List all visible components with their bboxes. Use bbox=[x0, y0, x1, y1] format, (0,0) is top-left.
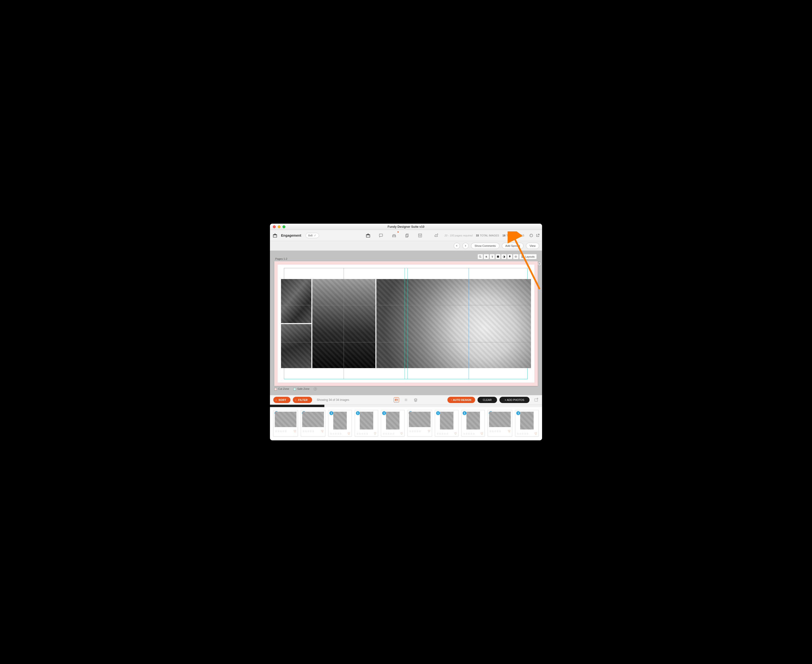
paint-mode-icon[interactable] bbox=[433, 232, 440, 239]
album-mode-icon[interactable] bbox=[365, 232, 371, 239]
thumbnail-image[interactable] bbox=[275, 412, 296, 427]
usage-badge: 1 bbox=[356, 411, 360, 415]
favorite-heart-icon[interactable]: ♡ bbox=[534, 432, 537, 435]
grid-view-icon[interactable] bbox=[394, 397, 399, 402]
thumbnail-image[interactable] bbox=[440, 412, 454, 430]
pin-tool-icon[interactable] bbox=[507, 254, 513, 259]
favorite-heart-icon[interactable]: ♡ bbox=[348, 432, 350, 435]
thumbnail-card[interactable]: 1☆☆☆☆☆♡ bbox=[435, 410, 459, 436]
svg-point-21 bbox=[407, 400, 407, 400]
svg-rect-14 bbox=[523, 257, 524, 258]
thumbnail-card[interactable]: 1☆☆☆☆☆♡ bbox=[301, 410, 325, 436]
svg-rect-25 bbox=[535, 399, 537, 401]
clear-button[interactable]: CLEAR bbox=[477, 397, 497, 403]
spread-image-4[interactable] bbox=[376, 279, 531, 368]
sort-button[interactable]: ‹SORT bbox=[273, 397, 290, 403]
thumbnail-card[interactable]: 1☆☆☆☆☆♡ bbox=[461, 410, 485, 436]
total-pages-stat: 18TOTAL PAGES bbox=[503, 234, 524, 237]
add-spread-inline-button[interactable]: + bbox=[537, 262, 542, 266]
album-spread[interactable] bbox=[278, 265, 534, 382]
visibility-tool-icon[interactable] bbox=[513, 254, 519, 259]
text-tool-icon[interactable]: T bbox=[490, 254, 495, 259]
view-button[interactable]: View bbox=[526, 242, 539, 249]
rating-stars[interactable]: ☆☆☆☆☆ bbox=[489, 430, 501, 433]
project-icon[interactable] bbox=[272, 233, 278, 238]
cards-mode-icon[interactable] bbox=[404, 232, 410, 239]
zoom-tool-icon[interactable] bbox=[477, 254, 483, 259]
thumbnail-image[interactable] bbox=[360, 412, 373, 430]
rating-stars[interactable]: ☆☆☆☆☆ bbox=[275, 430, 287, 433]
thumbnail-footer: ☆☆☆☆☆♡ bbox=[463, 431, 483, 435]
show-comments-button[interactable]: Show Comments bbox=[471, 242, 500, 249]
thumbnail-card[interactable]: 1☆☆☆☆☆♡ bbox=[273, 410, 298, 436]
favorite-heart-icon[interactable]: ♡ bbox=[374, 432, 376, 435]
favorite-heart-icon[interactable]: ♡ bbox=[293, 430, 296, 433]
spread-image-1[interactable] bbox=[281, 279, 311, 323]
contrast-tool-icon[interactable] bbox=[501, 254, 507, 259]
pages-required: 20 - 100 pages required bbox=[444, 234, 473, 237]
svg-point-17 bbox=[406, 399, 406, 399]
furniture-mode-icon[interactable] bbox=[391, 232, 397, 239]
rating-stars[interactable]: ☆☆☆☆☆ bbox=[330, 432, 342, 435]
thumbnail-image[interactable] bbox=[409, 412, 431, 427]
thumbnail-image[interactable] bbox=[302, 412, 324, 427]
spread-image-2[interactable] bbox=[281, 324, 311, 368]
favorite-heart-icon[interactable]: ♡ bbox=[454, 432, 457, 435]
thumbnail-card[interactable]: 1☆☆☆☆☆♡ bbox=[407, 410, 432, 436]
rating-stars[interactable]: ☆☆☆☆☆ bbox=[356, 432, 368, 435]
thumbnail-footer: ☆☆☆☆☆♡ bbox=[489, 428, 511, 433]
rating-stars[interactable]: ☆☆☆☆☆ bbox=[409, 430, 421, 433]
thumbnail-footer: ☆☆☆☆☆♡ bbox=[382, 431, 403, 435]
stack-view-icon[interactable] bbox=[413, 397, 418, 402]
rating-stars[interactable]: ☆☆☆☆☆ bbox=[517, 432, 529, 435]
usage-badge: 1 bbox=[329, 411, 333, 415]
add-spread-button[interactable]: Add Spread bbox=[502, 242, 524, 249]
image-well: 1☆☆☆☆☆♡1☆☆☆☆☆♡1☆☆☆☆☆♡1☆☆☆☆☆♡1☆☆☆☆☆♡1☆☆☆☆… bbox=[270, 407, 542, 440]
layout-mode-icon[interactable] bbox=[417, 232, 423, 239]
legend-help-icon[interactable]: ? bbox=[314, 387, 317, 391]
layouts-button-label: Layouts bbox=[525, 255, 535, 258]
favorite-heart-icon[interactable]: ♡ bbox=[400, 432, 403, 435]
thumbnail-image[interactable] bbox=[489, 412, 511, 427]
thumbnail-image[interactable] bbox=[333, 412, 347, 430]
main-toolbar: Engagement 8x8 bbox=[270, 230, 542, 241]
thumbnail-image[interactable] bbox=[386, 412, 400, 430]
layouts-button[interactable]: Layouts bbox=[519, 254, 537, 259]
swap-tool-icon[interactable] bbox=[483, 254, 489, 259]
fill-tool-icon[interactable] bbox=[495, 254, 501, 259]
rating-stars[interactable]: ☆☆☆☆☆ bbox=[436, 432, 449, 435]
thumbnail-card[interactable]: 1☆☆☆☆☆♡ bbox=[328, 410, 352, 436]
rating-stars[interactable]: ☆☆☆☆☆ bbox=[303, 430, 314, 433]
toolbar-stats: 20 - 100 pages required 33TOTAL IMAGES 1… bbox=[444, 233, 540, 238]
thumbnail-card[interactable]: 1☆☆☆☆☆♡ bbox=[381, 410, 405, 436]
favorite-heart-icon[interactable]: ♡ bbox=[321, 430, 324, 433]
zone-legend: Cut Zone Safe Zone ? bbox=[274, 387, 538, 391]
thumbnail-image[interactable] bbox=[520, 412, 534, 430]
add-photos-button[interactable]: + ADD PHOTOS bbox=[500, 397, 529, 403]
thumbnail-image[interactable] bbox=[467, 412, 480, 430]
svg-point-7 bbox=[480, 256, 481, 257]
spread-image-3[interactable] bbox=[312, 279, 376, 368]
thumbnail-footer: ☆☆☆☆☆♡ bbox=[330, 431, 350, 435]
thumbnail-card[interactable]: 1☆☆☆☆☆♡ bbox=[488, 410, 512, 436]
popout-icon[interactable] bbox=[536, 233, 540, 238]
album-size-pill[interactable]: 8x8 bbox=[306, 233, 319, 238]
filter-button[interactable]: ‹FILTER bbox=[293, 397, 312, 403]
rating-stars[interactable]: ☆☆☆☆☆ bbox=[382, 432, 395, 435]
thumbnail-card[interactable]: 1☆☆☆☆☆♡ bbox=[515, 410, 539, 436]
svg-rect-3 bbox=[406, 234, 408, 237]
chat-mode-icon[interactable] bbox=[378, 232, 384, 239]
thumbnail-card[interactable]: 1☆☆☆☆☆♡ bbox=[355, 410, 378, 436]
favorite-heart-icon[interactable]: ♡ bbox=[428, 430, 430, 433]
favorite-heart-icon[interactable]: ♡ bbox=[480, 432, 483, 435]
prev-spread-button[interactable] bbox=[454, 242, 460, 249]
sync-icon[interactable] bbox=[529, 233, 534, 238]
svg-point-10 bbox=[516, 256, 516, 257]
favorite-heart-icon[interactable]: ♡ bbox=[508, 430, 511, 433]
rating-stars[interactable]: ☆☆☆☆☆ bbox=[463, 432, 475, 435]
auto-design-button[interactable]: ‹AUTO DESIGN bbox=[447, 397, 475, 403]
next-spread-button[interactable] bbox=[462, 242, 469, 249]
thumbnail-footer: ☆☆☆☆☆♡ bbox=[356, 431, 377, 435]
list-view-icon[interactable] bbox=[404, 397, 408, 402]
expand-well-icon[interactable] bbox=[534, 397, 539, 402]
